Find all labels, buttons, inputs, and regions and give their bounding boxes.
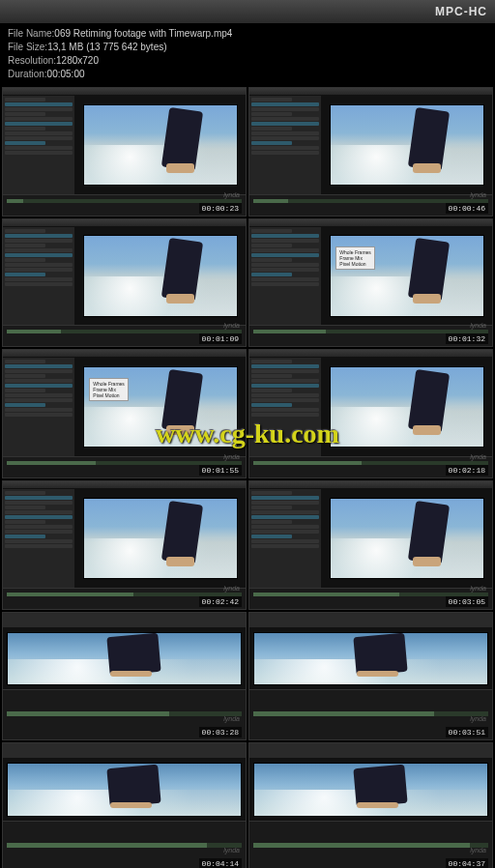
timecode: 00:02:42 <box>199 596 242 607</box>
timecode: 00:01:55 <box>199 465 242 476</box>
panel-row <box>5 127 45 130</box>
timeline-progress <box>253 330 326 333</box>
effects-panel <box>3 358 75 456</box>
panel-row <box>5 374 45 378</box>
thumbnail[interactable]: 00:02:42lynda <box>2 480 247 610</box>
timeline-progress <box>253 593 399 596</box>
source-watermark: lynda <box>470 453 486 460</box>
timeline-panel: 00:03:28 <box>3 689 246 739</box>
timeline-progress <box>253 843 470 848</box>
video-frame <box>330 366 483 448</box>
panel-row <box>251 98 292 101</box>
panel-row <box>251 384 319 388</box>
panel-row <box>251 151 319 155</box>
video-frame <box>253 632 488 686</box>
panel-row <box>5 369 73 373</box>
duration-value: 00:05:00 <box>47 68 85 81</box>
thumb-toolbar <box>249 219 492 227</box>
panel-row <box>251 544 319 548</box>
thumbnail[interactable]: 00:00:46lynda <box>248 87 493 217</box>
thumbnail[interactable]: 00:03:28lynda <box>2 612 247 741</box>
panel-row <box>5 239 73 243</box>
thumbnail[interactable]: 00:03:51lynda <box>248 612 493 741</box>
resolution-label: Resolution: <box>8 54 56 68</box>
effects-panel <box>249 489 322 588</box>
preview-pane <box>75 489 246 588</box>
context-menu[interactable]: Whole Frames Frame Mix Pixel Motion <box>335 246 375 270</box>
panel-row <box>251 277 319 281</box>
thumb-body <box>249 628 492 690</box>
timecode: 00:01:32 <box>446 333 488 344</box>
panel-row <box>5 535 45 538</box>
panel-row <box>251 520 292 524</box>
preview-pane <box>249 759 492 821</box>
panel-row <box>251 131 319 135</box>
timeline-track[interactable] <box>253 843 488 848</box>
panel-row <box>251 107 319 111</box>
timeline-track[interactable] <box>7 711 242 716</box>
panel-row <box>251 282 319 286</box>
video-frame <box>253 763 488 817</box>
timeline-track[interactable] <box>253 711 488 716</box>
panel-row <box>251 501 319 505</box>
panel-row <box>251 112 292 116</box>
surfer-foot <box>166 163 193 173</box>
timeline-progress <box>7 330 61 333</box>
panel-row <box>251 389 292 392</box>
source-watermark: lynda <box>223 322 240 329</box>
panel-row <box>251 535 292 538</box>
water-foam <box>331 276 482 316</box>
effects-panel <box>249 358 322 456</box>
thumbnail[interactable]: 00:04:37lynda <box>248 742 493 868</box>
surfer-foot <box>357 671 398 677</box>
thumb-toolbar <box>3 481 246 489</box>
timecode: 00:04:37 <box>446 858 488 868</box>
panel-row <box>251 268 319 272</box>
effects-panel <box>249 227 322 326</box>
panel-row <box>5 491 45 495</box>
video-frame <box>83 498 237 579</box>
thumbnail[interactable]: 00:01:09lynda <box>2 218 247 348</box>
thumbnail[interactable]: 00:03:05lynda <box>248 480 493 610</box>
panel-row <box>251 374 292 378</box>
panel-row <box>5 510 73 514</box>
panel-row <box>5 520 45 524</box>
thumbnail[interactable]: Whole Frames Frame Mix Pixel Motion00:01… <box>2 349 247 478</box>
panel-row <box>251 146 319 150</box>
panel-row <box>5 360 45 363</box>
preview-pane <box>322 358 492 456</box>
panel-row <box>251 258 292 262</box>
timeline-panel: 00:01:32 <box>249 325 492 346</box>
timeline-track[interactable] <box>7 843 242 848</box>
panel-row <box>251 379 319 383</box>
thumbnail[interactable]: 00:02:18lynda <box>248 349 493 478</box>
surfer-foot <box>413 425 440 435</box>
thumb-toolbar <box>3 613 246 628</box>
panel-row <box>5 107 73 111</box>
panel-row <box>5 248 73 252</box>
panel-row <box>5 530 73 534</box>
water-foam <box>84 538 236 578</box>
panel-row <box>5 229 45 233</box>
panel-row <box>251 141 292 145</box>
panel-row <box>251 102 319 106</box>
source-watermark: lynda <box>470 191 486 198</box>
panel-row <box>251 234 319 238</box>
thumbnail[interactable]: Whole Frames Frame Mix Pixel Motion00:01… <box>248 218 493 348</box>
thumb-toolbar <box>249 743 492 759</box>
timeline-panel: 00:04:14 <box>3 821 246 868</box>
thumbnail[interactable]: 00:00:23lynda <box>2 87 247 217</box>
panel-row <box>251 398 319 402</box>
panel-row <box>251 229 292 233</box>
thumb-body <box>3 96 246 194</box>
panel-row <box>251 491 292 495</box>
thumb-toolbar <box>3 88 246 96</box>
panel-row <box>251 393 319 397</box>
water-foam <box>84 145 236 185</box>
thumb-body <box>3 489 246 588</box>
thumbnail[interactable]: 00:04:14lynda <box>2 742 247 868</box>
panel-row <box>5 515 73 519</box>
context-menu[interactable]: Whole Frames Frame Mix Pixel Motion <box>89 378 129 401</box>
preview-pane <box>322 96 492 194</box>
thumb-body <box>3 759 246 821</box>
